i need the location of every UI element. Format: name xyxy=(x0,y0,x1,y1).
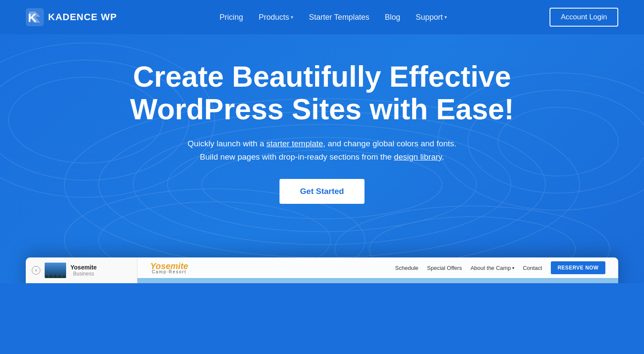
nav-starter-templates-link[interactable]: Starter Templates xyxy=(309,13,369,21)
hero-title: Create Beautifully Effective WordPress S… xyxy=(129,60,515,125)
nav-links: Pricing Products ▾ Starter Templates Blo… xyxy=(219,13,447,22)
preview-site-links: Schedule Special Offers About the Camp ▾… xyxy=(395,261,605,274)
template-thumbnail xyxy=(45,263,66,278)
nav-item-blog[interactable]: Blog xyxy=(385,13,400,22)
nav-item-products[interactable]: Products ▾ xyxy=(258,13,293,22)
logo-text: KADENCE WP xyxy=(48,12,117,23)
preview-schedule-link[interactable]: Schedule xyxy=(395,265,418,271)
preview-yosemite-logo: Yosemite Camp·Resort xyxy=(150,261,188,274)
preview-left-panel: × Yosemite Business Optional: Change Col… xyxy=(26,257,137,283)
hero-subtitle: Quickly launch with a starter template, … xyxy=(9,137,635,163)
nav-pricing-link[interactable]: Pricing xyxy=(219,13,243,21)
get-started-button[interactable]: Get Started xyxy=(279,179,365,204)
nav-item-pricing[interactable]: Pricing xyxy=(219,13,243,22)
preview-about-link[interactable]: About the Camp ▾ xyxy=(471,265,514,271)
account-login-button[interactable]: Account Login xyxy=(550,8,618,27)
template-info: Yosemite Business xyxy=(70,264,97,277)
nav-support-link[interactable]: Support ▾ xyxy=(416,13,447,22)
preview-right-panel: Yosemite Camp·Resort Schedule Special Of… xyxy=(137,257,618,283)
design-library-link[interactable]: design library xyxy=(394,152,442,161)
preview-reserve-button[interactable]: RESERVE NOW xyxy=(551,261,605,274)
nav-products-link[interactable]: Products ▾ xyxy=(258,13,293,22)
hero-section: Create Beautifully Effective WordPress S… xyxy=(0,34,644,283)
logo-link[interactable]: K KADENCE WP xyxy=(26,8,117,26)
starter-template-link[interactable]: starter template xyxy=(267,139,323,148)
logo-icon: K xyxy=(26,8,44,26)
support-chevron-down-icon: ▾ xyxy=(444,14,447,20)
preview-close-button[interactable]: × xyxy=(32,266,40,275)
preview-contact-link[interactable]: Contact xyxy=(523,265,542,271)
nav-item-support[interactable]: Support ▾ xyxy=(416,13,447,22)
about-chevron-icon: ▾ xyxy=(512,266,514,270)
products-chevron-down-icon: ▾ xyxy=(291,14,293,20)
nav-blog-link[interactable]: Blog xyxy=(385,13,400,21)
preview-window: × Yosemite Business Optional: Change Col… xyxy=(26,257,618,283)
preview-header: × Yosemite Business xyxy=(26,257,137,283)
preview-site-nav: Yosemite Camp·Resort Schedule Special Of… xyxy=(137,257,618,278)
preview-site-hero: BEST VACATION EVER xyxy=(137,278,618,283)
navbar: K KADENCE WP Pricing Products ▾ Starter … xyxy=(0,0,644,34)
nav-item-starter-templates[interactable]: Starter Templates xyxy=(309,13,369,22)
preview-special-offers-link[interactable]: Special Offers xyxy=(427,265,462,271)
